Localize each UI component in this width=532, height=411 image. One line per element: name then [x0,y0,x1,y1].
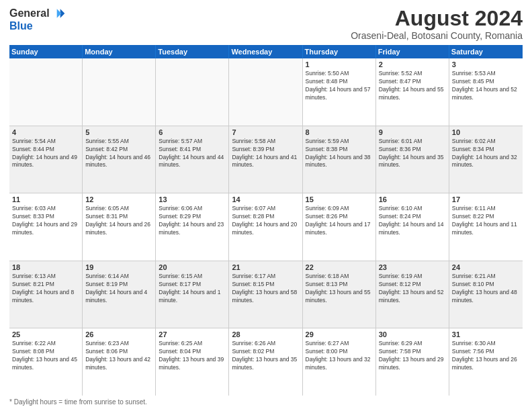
day-cell-8: 8Sunrise: 5:59 AMSunset: 8:38 PMDaylight… [303,126,376,193]
day-info: Sunrise: 6:21 AMSunset: 8:10 PMDaylight:… [452,273,520,305]
day-info: Sunrise: 6:10 AMSunset: 8:24 PMDaylight:… [379,205,446,237]
day-cell-3: 3Sunrise: 5:53 AMSunset: 8:45 PMDaylight… [449,58,523,126]
header: General Blue August 2024 Oraseni-Deal, B… [9,7,523,41]
day-cell-22: 22Sunrise: 6:18 AMSunset: 8:13 PMDayligh… [303,261,376,328]
day-info: Sunrise: 5:52 AMSunset: 8:47 PMDaylight:… [379,70,446,102]
day-info: Sunrise: 6:27 AMSunset: 8:00 PMDaylight:… [306,340,373,372]
day-number: 24 [452,263,520,271]
day-number: 6 [159,128,226,136]
week-row-2: 4Sunrise: 5:54 AMSunset: 8:44 PMDaylight… [9,126,523,194]
day-cell-26: 26Sunrise: 6:23 AMSunset: 8:06 PMDayligh… [83,328,156,396]
day-cell-24: 24Sunrise: 6:21 AMSunset: 8:10 PMDayligh… [449,261,523,328]
day-cell-13: 13Sunrise: 6:06 AMSunset: 8:29 PMDayligh… [156,193,229,261]
day-info: Sunrise: 6:01 AMSunset: 8:36 PMDaylight:… [379,138,446,170]
logo-icon [52,7,66,20]
day-cell-4: 4Sunrise: 5:54 AMSunset: 8:44 PMDaylight… [9,126,83,193]
calendar-header: SundayMondayTuesdayWednesdayThursdayFrid… [9,45,523,58]
day-number: 10 [452,128,520,136]
day-cell-20: 20Sunrise: 6:15 AMSunset: 8:17 PMDayligh… [156,261,229,328]
day-cell-1: 1Sunrise: 5:50 AMSunset: 8:48 PMDaylight… [303,58,376,126]
day-info: Sunrise: 6:03 AMSunset: 8:33 PMDaylight:… [12,205,79,237]
day-cell-18: 18Sunrise: 6:13 AMSunset: 8:21 PMDayligh… [9,261,83,328]
day-info: Sunrise: 6:07 AMSunset: 8:28 PMDaylight:… [232,205,299,237]
header-saturday: Saturday [449,45,523,58]
day-number: 7 [232,128,299,136]
header-wednesday: Wednesday [229,45,302,58]
day-info: Sunrise: 6:22 AMSunset: 8:08 PMDaylight:… [12,340,79,372]
week-row-1: 1Sunrise: 5:50 AMSunset: 8:48 PMDaylight… [9,58,523,126]
day-info: Sunrise: 5:53 AMSunset: 8:45 PMDaylight:… [452,70,520,102]
day-info: Sunrise: 6:29 AMSunset: 7:58 PMDaylight:… [379,340,446,372]
day-cell-21: 21Sunrise: 6:17 AMSunset: 8:15 PMDayligh… [229,261,302,328]
day-cell-30: 30Sunrise: 6:29 AMSunset: 7:58 PMDayligh… [376,328,449,396]
logo-general-text: General [9,7,50,19]
day-cell-9: 9Sunrise: 6:01 AMSunset: 8:36 PMDaylight… [376,126,449,193]
week-row-5: 25Sunrise: 6:22 AMSunset: 8:08 PMDayligh… [9,328,523,396]
day-info: Sunrise: 5:54 AMSunset: 8:44 PMDaylight:… [12,138,79,170]
day-number: 3 [452,60,520,68]
day-number: 12 [85,195,152,203]
day-info: Sunrise: 6:25 AMSunset: 8:04 PMDaylight:… [159,340,226,372]
day-number: 9 [379,128,446,136]
week-row-4: 18Sunrise: 6:13 AMSunset: 8:21 PMDayligh… [9,261,523,329]
day-info: Sunrise: 6:15 AMSunset: 8:17 PMDaylight:… [159,273,226,305]
week-row-3: 11Sunrise: 6:03 AMSunset: 8:33 PMDayligh… [9,193,523,261]
day-info: Sunrise: 6:06 AMSunset: 8:29 PMDaylight:… [159,205,226,237]
day-cell-5: 5Sunrise: 5:55 AMSunset: 8:42 PMDaylight… [83,126,156,193]
header-thursday: Thursday [303,45,376,58]
day-cell-14: 14Sunrise: 6:07 AMSunset: 8:28 PMDayligh… [229,193,302,261]
day-number: 5 [85,128,152,136]
day-cell-empty [229,58,302,126]
day-info: Sunrise: 6:18 AMSunset: 8:13 PMDaylight:… [306,273,373,305]
day-cell-empty [83,58,156,126]
day-cell-10: 10Sunrise: 6:02 AMSunset: 8:34 PMDayligh… [449,126,523,193]
day-info: Sunrise: 5:55 AMSunset: 8:42 PMDaylight:… [85,138,152,170]
day-info: Sunrise: 6:26 AMSunset: 8:02 PMDaylight:… [232,340,299,372]
day-number: 4 [12,128,79,136]
day-info: Sunrise: 5:50 AMSunset: 8:48 PMDaylight:… [306,70,373,102]
day-info: Sunrise: 5:59 AMSunset: 8:38 PMDaylight:… [306,138,373,170]
main-title: August 2024 [351,7,523,30]
day-info: Sunrise: 6:14 AMSunset: 8:19 PMDaylight:… [85,273,152,305]
day-cell-29: 29Sunrise: 6:27 AMSunset: 8:00 PMDayligh… [303,328,376,396]
day-cell-16: 16Sunrise: 6:10 AMSunset: 8:24 PMDayligh… [376,193,449,261]
header-monday: Monday [83,45,156,58]
day-info: Sunrise: 6:19 AMSunset: 8:12 PMDaylight:… [379,273,446,305]
day-number: 18 [12,263,79,271]
calendar: SundayMondayTuesdayWednesdayThursdayFrid… [9,45,523,396]
day-number: 11 [12,195,79,203]
day-cell-2: 2Sunrise: 5:52 AMSunset: 8:47 PMDaylight… [376,58,449,126]
day-cell-25: 25Sunrise: 6:22 AMSunset: 8:08 PMDayligh… [9,328,83,396]
day-number: 17 [452,195,520,203]
header-tuesday: Tuesday [156,45,229,58]
day-info: Sunrise: 6:13 AMSunset: 8:21 PMDaylight:… [12,273,79,305]
day-number: 2 [379,60,446,68]
day-number: 23 [379,263,446,271]
day-cell-19: 19Sunrise: 6:14 AMSunset: 8:19 PMDayligh… [83,261,156,328]
day-info: Sunrise: 6:23 AMSunset: 8:06 PMDaylight:… [85,340,152,372]
day-number: 13 [159,195,226,203]
day-cell-27: 27Sunrise: 6:25 AMSunset: 8:04 PMDayligh… [156,328,229,396]
logo-blue-text: Blue [9,20,33,32]
header-sunday: Sunday [9,45,83,58]
calendar-container: General Blue August 2024 Oraseni-Deal, B… [0,0,532,411]
day-number: 31 [452,330,520,338]
day-info: Sunrise: 5:57 AMSunset: 8:41 PMDaylight:… [159,138,226,170]
day-number: 19 [85,263,152,271]
day-cell-empty [9,58,83,126]
day-number: 16 [379,195,446,203]
day-cell-12: 12Sunrise: 6:05 AMSunset: 8:31 PMDayligh… [83,193,156,261]
calendar-body: 1Sunrise: 5:50 AMSunset: 8:48 PMDaylight… [9,58,523,396]
day-number: 25 [12,330,79,338]
footer-note: * Daylight hours = time from sunrise to … [9,398,523,406]
day-number: 28 [232,330,299,338]
day-number: 30 [379,330,446,338]
day-cell-11: 11Sunrise: 6:03 AMSunset: 8:33 PMDayligh… [9,193,83,261]
day-cell-23: 23Sunrise: 6:19 AMSunset: 8:12 PMDayligh… [376,261,449,328]
day-number: 8 [306,128,373,136]
day-number: 26 [85,330,152,338]
day-number: 14 [232,195,299,203]
day-cell-empty [156,58,229,126]
day-number: 15 [306,195,373,203]
day-cell-17: 17Sunrise: 6:11 AMSunset: 8:22 PMDayligh… [449,193,523,261]
